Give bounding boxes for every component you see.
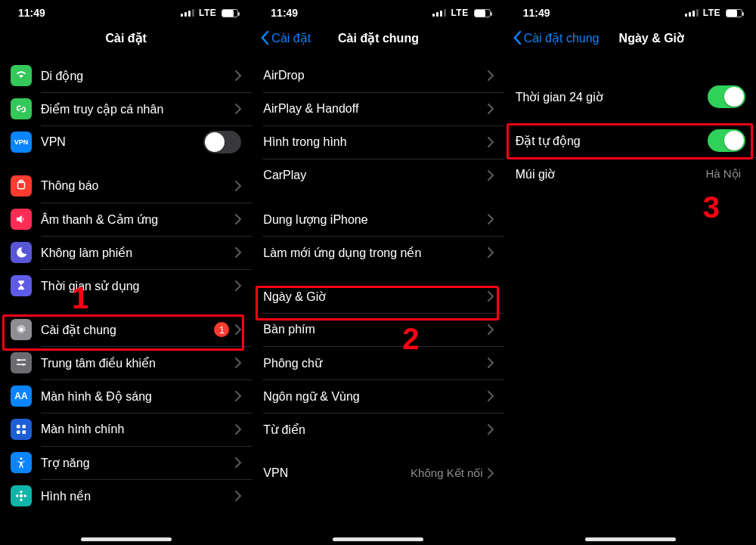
row-label: Thời gian 24 giờ [516, 90, 708, 104]
svg-rect-6 [17, 364, 26, 366]
back-button[interactable]: Cài đặt chung [513, 30, 600, 45]
nav-bar: Cài đặt [0, 23, 252, 53]
row-airplay[interactable]: AirPlay & Handoff [253, 92, 503, 125]
back-button[interactable]: Cài đặt [260, 30, 311, 45]
vpn-toggle[interactable] [203, 131, 241, 153]
row-language[interactable]: Ngôn ngữ & Vùng [253, 379, 503, 413]
chevron-right-icon [488, 291, 494, 302]
row-set-automatically[interactable]: Đặt tự động [505, 124, 756, 157]
home-indicator[interactable] [333, 537, 423, 541]
row-screentime[interactable]: Thời gian sử dụng [0, 269, 252, 302]
battery-icon [474, 9, 491, 17]
chevron-right-icon [488, 391, 494, 401]
row-label: Trợ năng [41, 456, 235, 470]
chevron-right-icon [235, 358, 241, 368]
clock: 11:49 [523, 7, 550, 19]
row-label: AirPlay & Handoff [263, 102, 487, 116]
row-vpn[interactable]: VPN VPN [0, 125, 252, 159]
svg-rect-4 [17, 360, 26, 361]
row-notifications[interactable]: Thông báo [0, 169, 252, 203]
row-wallpaper[interactable]: Hình nền [0, 479, 252, 512]
network-label: LTE [199, 8, 216, 18]
chevron-right-icon [235, 70, 241, 81]
chevron-right-icon [488, 324, 494, 335]
row-general[interactable]: Cài đặt chung 1 [0, 313, 252, 346]
row-display[interactable]: AA Màn hình & Độ sáng [0, 379, 252, 413]
chevron-right-icon [235, 104, 241, 114]
row-label: VPN [263, 466, 411, 480]
row-cellular[interactable]: Di động [0, 59, 252, 92]
set-automatically-toggle[interactable] [708, 129, 745, 152]
row-label: Ngày & Giờ [263, 290, 487, 304]
screen-general: 11:49 LTE Cài đặt Cài đặt chung AirDrop … [252, 0, 503, 545]
row-label: Cài đặt chung [41, 323, 214, 337]
row-fonts[interactable]: Phông chữ [253, 346, 503, 379]
row-label: Điểm truy cập cá nhân [41, 102, 235, 116]
home-indicator[interactable] [585, 537, 676, 541]
link-icon [11, 98, 32, 119]
row-label: Múi giờ [516, 167, 706, 181]
chevron-right-icon [488, 358, 494, 368]
row-label: Màn hình chính [41, 423, 235, 436]
row-label: Âm thanh & Cảm ứng [41, 212, 235, 227]
page-title: Cài đặt [0, 31, 252, 45]
network-label: LTE [451, 8, 468, 18]
svg-point-15 [16, 494, 18, 497]
chevron-right-icon [235, 214, 241, 225]
row-label: Di động [41, 69, 235, 83]
chevron-right-icon [235, 391, 241, 401]
svg-rect-7 [17, 425, 20, 429]
sliders-icon [11, 352, 32, 373]
row-airdrop[interactable]: AirDrop [253, 59, 503, 92]
row-label: Đặt tự động [516, 134, 708, 148]
home-indicator[interactable] [81, 537, 172, 541]
row-vpn[interactable]: VPN Không Kết nối [253, 457, 503, 490]
row-dictionary[interactable]: Từ điển [253, 413, 503, 446]
antenna-icon [11, 65, 32, 86]
battery-icon [222, 9, 238, 17]
chevron-right-icon [235, 491, 241, 501]
clock: 11:49 [271, 7, 298, 19]
row-hotspot[interactable]: Điểm truy cập cá nhân [0, 92, 252, 125]
row-carplay[interactable]: CarPlay [253, 159, 503, 192]
signal-icon [432, 9, 446, 17]
row-keyboard[interactable]: Bàn phím [253, 313, 503, 346]
notification-badge: 1 [214, 322, 229, 337]
row-label: Làm mới ứng dụng trong nền [263, 246, 487, 260]
row-24hour[interactable]: Thời gian 24 giờ [505, 80, 756, 113]
row-label: Từ điển [263, 423, 487, 437]
battery-icon [726, 9, 742, 17]
row-sounds[interactable]: Âm thanh & Cảm ứng [0, 203, 252, 236]
row-pip[interactable]: Hình trong hình [253, 125, 503, 159]
back-label: Cài đặt [271, 31, 311, 45]
screen-settings-root: 11:49 LTE Cài đặt Di động Điểm truy cập … [0, 0, 252, 545]
svg-point-16 [24, 494, 26, 497]
chevron-right-icon [488, 104, 494, 114]
chevron-right-icon [235, 424, 241, 435]
row-homescreen[interactable]: Màn hình chính [0, 413, 252, 446]
24hour-toggle[interactable] [708, 85, 745, 108]
gear-icon [11, 319, 32, 340]
chevron-right-icon [488, 170, 494, 181]
row-datetime[interactable]: Ngày & Giờ [253, 280, 503, 313]
status-bar: 11:49 LTE [505, 0, 756, 23]
row-label: AirDrop [263, 69, 487, 82]
row-label: Thông báo [41, 179, 235, 193]
accessibility-icon [11, 452, 32, 473]
row-label: CarPlay [263, 169, 487, 182]
chevron-right-icon [235, 457, 241, 468]
step-number: 3 [703, 190, 720, 225]
row-storage[interactable]: Dung lượng iPhone [253, 203, 503, 236]
svg-rect-10 [23, 431, 26, 435]
row-dnd[interactable]: Không làm phiền [0, 236, 252, 269]
chevron-right-icon [488, 247, 494, 258]
speaker-icon [11, 209, 32, 230]
row-control-center[interactable]: Trung tâm điều khiển [0, 346, 252, 379]
chevron-right-icon [235, 247, 241, 258]
row-timezone[interactable]: Múi giờ Hà Nội [505, 157, 756, 190]
svg-rect-9 [17, 431, 20, 435]
row-bgrefresh[interactable]: Làm mới ứng dụng trong nền [253, 236, 503, 269]
row-accessibility[interactable]: Trợ năng [0, 446, 252, 479]
network-label: LTE [703, 8, 720, 18]
status-bar: 11:49 LTE [0, 0, 252, 23]
